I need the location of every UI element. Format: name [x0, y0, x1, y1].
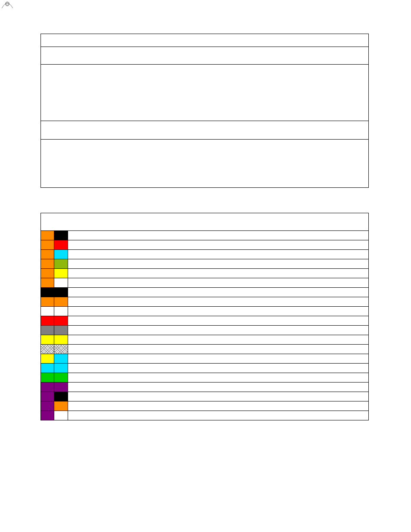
color-swatch-2 [54, 269, 68, 278]
info-row-3 [41, 65, 369, 121]
legend-label [68, 392, 369, 401]
color-legend-table [40, 213, 369, 420]
legend-label [68, 383, 369, 392]
color-swatch-2 [54, 411, 68, 420]
color-swatch-2 [54, 335, 68, 345]
color-swatch-1 [41, 401, 54, 411]
legend-label [68, 326, 369, 335]
legend-row [41, 364, 369, 373]
color-swatch-1 [41, 278, 54, 288]
color-swatch-2 [54, 354, 68, 364]
info-row-4 [41, 121, 369, 140]
legend-row [41, 354, 369, 364]
color-swatch-1 [41, 250, 54, 259]
legend-row [41, 411, 369, 420]
legend-label [68, 278, 369, 288]
color-swatch-1 [41, 354, 54, 364]
legend-row [41, 392, 369, 401]
legend-row [41, 250, 369, 259]
color-swatch-1 [41, 335, 54, 345]
legend-row [41, 297, 369, 307]
legend-label [68, 250, 369, 259]
legend-row [41, 231, 369, 240]
color-swatch-1 [41, 326, 54, 335]
legend-row [41, 345, 369, 354]
legend-label [68, 354, 369, 364]
color-swatch-2 [54, 383, 68, 392]
legend-label [68, 288, 369, 297]
legend-label [68, 297, 369, 307]
color-swatch-2 [54, 364, 68, 373]
legend-label [68, 316, 369, 326]
color-swatch-1 [41, 269, 54, 278]
color-swatch-1 [41, 307, 54, 316]
legend-label [68, 259, 369, 269]
legend-label [68, 373, 369, 383]
color-swatch-1 [41, 316, 54, 326]
color-swatch-2 [54, 345, 68, 354]
color-swatch-1 [41, 288, 54, 297]
color-swatch-1 [41, 259, 54, 269]
color-swatch-2 [54, 231, 68, 240]
color-swatch-2 [54, 392, 68, 401]
legend-row [41, 316, 369, 326]
color-swatch-2 [54, 288, 68, 297]
legend-row [41, 307, 369, 316]
color-swatch-2 [54, 297, 68, 307]
legend-label [68, 269, 369, 278]
legend-row [41, 335, 369, 345]
legend-row [41, 373, 369, 383]
color-swatch-1 [41, 373, 54, 383]
info-row-2 [41, 47, 369, 65]
color-swatch-2 [54, 259, 68, 269]
color-swatch-2 [54, 278, 68, 288]
color-swatch-1 [41, 411, 54, 420]
color-swatch-2 [54, 240, 68, 250]
legend-label [68, 401, 369, 411]
info-row-1 [41, 34, 369, 47]
legend-header [41, 213, 369, 231]
legend-label [68, 240, 369, 250]
legend-row [41, 326, 369, 335]
color-swatch-2 [54, 326, 68, 335]
color-swatch-1 [41, 240, 54, 250]
legend-row [41, 240, 369, 250]
legend-label [68, 307, 369, 316]
legend-row [41, 288, 369, 297]
color-swatch-2 [54, 373, 68, 383]
mgm-lion-logo [1, 1, 14, 9]
legend-label [68, 364, 369, 373]
info-table [40, 34, 369, 188]
legend-row [41, 259, 369, 269]
info-row-5 [41, 140, 369, 188]
color-swatch-1 [41, 231, 54, 240]
legend-row [41, 383, 369, 392]
color-swatch-2 [54, 307, 68, 316]
legend-label [68, 411, 369, 420]
legend-label [68, 335, 369, 345]
svg-point-1 [6, 3, 9, 5]
legend-label [68, 231, 369, 240]
color-swatch-2 [54, 401, 68, 411]
legend-row [41, 269, 369, 278]
legend-label [68, 345, 369, 354]
color-swatch-1 [41, 345, 54, 354]
legend-row [41, 401, 369, 411]
color-swatch-2 [54, 250, 68, 259]
color-swatch-1 [41, 364, 54, 373]
color-swatch-2 [54, 316, 68, 326]
color-swatch-1 [41, 297, 54, 307]
color-swatch-1 [41, 392, 54, 401]
legend-row [41, 278, 369, 288]
color-swatch-1 [41, 383, 54, 392]
